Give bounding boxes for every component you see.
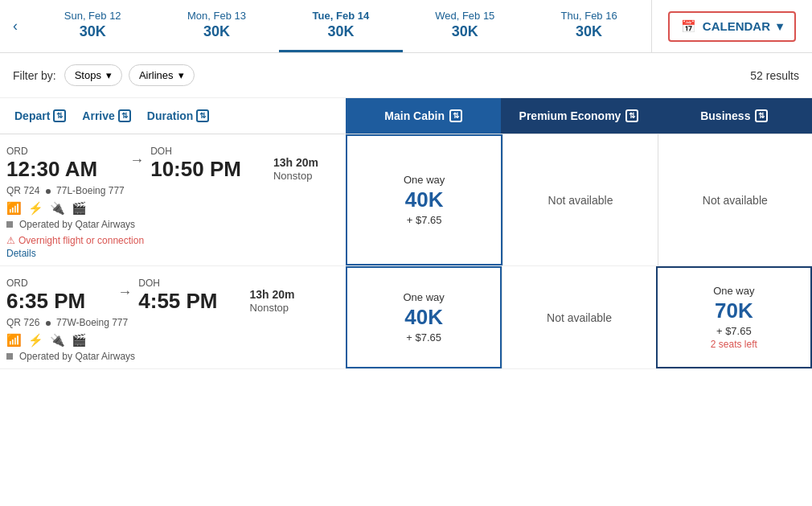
airlines-label: Airlines [139, 69, 174, 81]
day-label: Wed, Feb 15 [409, 10, 520, 22]
arrive-time-0: 10:50 PM [150, 157, 241, 182]
dot-icon [46, 189, 51, 194]
arrow-icon-0: → [129, 152, 144, 168]
column-headers: Depart ⇅ Arrive ⇅ Duration ⇅ Main Cabin … [0, 98, 812, 134]
day-label: Mon, Feb 13 [161, 10, 272, 22]
duration-sort-button[interactable]: Duration ⇅ [139, 98, 218, 134]
date-nav-item-0[interactable]: Sun, Feb 12 30K [31, 0, 154, 52]
main-price: 40K [404, 305, 443, 330]
dot-icon [46, 321, 51, 326]
overnight-text: Overnight flight or connection [18, 235, 144, 246]
prev-date-arrow[interactable]: ‹ [0, 0, 31, 52]
business-cabin-cell-0: Not available [658, 134, 812, 265]
seats-left: 2 seats left [711, 339, 757, 350]
flight-info-0: ORD 12:30 AM → DOH 10:50 PM 13h 20m Nons… [0, 134, 346, 265]
main-cabin-header: Main Cabin ⇅ [346, 98, 501, 134]
stops-label: Stops [75, 69, 101, 81]
flight-row-1: ORD 6:35 PM → DOH 4:55 PM 13h 20m Nonsto… [0, 266, 812, 369]
date-nav-item-4[interactable]: Thu, Feb 16 30K [527, 0, 650, 52]
left-headers: Depart ⇅ Arrive ⇅ Duration ⇅ [0, 98, 346, 134]
depart-sort-icon: ⇅ [53, 109, 66, 122]
business-header: Business ⇅ [657, 98, 812, 134]
flight-row-0: ORD 12:30 AM → DOH 10:50 PM 13h 20m Nons… [0, 134, 812, 266]
aircraft-0: 77L-Boeing 777 [56, 185, 125, 196]
date-navigation: ‹ Sun, Feb 12 30K Mon, Feb 13 30K Tue, F… [0, 0, 812, 53]
arrive-airport-1: DOH [138, 278, 217, 289]
main-cabin-sort-icon: ⇅ [449, 109, 462, 122]
amenities-1: 📶⚡🔌🎬 [6, 333, 339, 348]
wifi-icon: 📶 [6, 333, 22, 348]
day-label: Tue, Feb 14 [285, 10, 396, 22]
amenities-0: 📶⚡🔌🎬 [6, 201, 339, 216]
duration-header-label: Duration [147, 109, 194, 122]
flight-num-0: QR 724 [6, 185, 39, 196]
calendar-button[interactable]: 📅 CALENDAR ▾ [668, 11, 796, 42]
business-cabin-cell-1[interactable]: One way 70K + $7.65 2 seats left [656, 266, 812, 368]
details-link[interactable]: Details [6, 248, 339, 259]
wifi-icon: 📶 [6, 201, 22, 216]
results-count: 52 results [750, 69, 799, 82]
duration-time-1: 13h 20m [250, 288, 295, 301]
square-icon [6, 221, 13, 228]
arrive-sort-button[interactable]: Arrive ⇅ [74, 98, 138, 134]
main-price: 40K [405, 187, 444, 212]
arrow-icon-1: → [117, 284, 132, 300]
filter-bar: Filter by: Stops ▾ Airlines ▾ 52 results [0, 53, 812, 98]
power-icon: ⚡ [28, 201, 43, 216]
flights-list: ORD 12:30 AM → DOH 10:50 PM 13h 20m Nons… [0, 134, 812, 369]
usb-icon: 🔌 [50, 333, 65, 348]
depart-airport-1: ORD [6, 278, 85, 289]
power-icon: ⚡ [28, 333, 43, 348]
depart-time-0: 12:30 AM [6, 157, 97, 182]
flight-meta-0: QR 724 77L-Boeing 777 [6, 185, 339, 196]
day-price: 30K [161, 23, 272, 40]
date-nav-item-1[interactable]: Mon, Feb 13 30K [154, 0, 278, 52]
depart-time-1: 6:35 PM [6, 289, 85, 314]
day-price: 30K [285, 23, 396, 40]
duration-stop-1: Nonstop [250, 302, 289, 314]
main-cabin-cell-1[interactable]: One way 40K + $7.65 [346, 266, 502, 368]
business-not-available: Not available [703, 194, 768, 207]
arrive-header-label: Arrive [82, 109, 114, 122]
main-cash: + $7.65 [407, 214, 442, 226]
stops-chevron-icon: ▾ [106, 69, 112, 81]
premium-economy-label: Premium Economy [519, 109, 621, 122]
premium-cabin-cell-0: Not available [502, 134, 657, 265]
aircraft-1: 77W-Boeing 777 [56, 317, 128, 328]
day-label: Sun, Feb 12 [37, 10, 148, 22]
airlines-filter[interactable]: Airlines ▾ [129, 64, 195, 86]
premium-not-available: Not available [548, 194, 613, 207]
premium-sort-icon: ⇅ [625, 109, 638, 122]
day-price: 30K [37, 23, 148, 40]
operated-by-1: Operated by Qatar Airways [6, 351, 339, 362]
flight-info-1: ORD 6:35 PM → DOH 4:55 PM 13h 20m Nonsto… [0, 266, 346, 368]
airlines-chevron-icon: ▾ [178, 69, 184, 81]
entertainment-icon: 🎬 [72, 201, 87, 216]
calendar-button-wrap: 📅 CALENDAR ▾ [651, 0, 812, 52]
main-cabin-label: Main Cabin [384, 109, 445, 122]
operated-by-0: Operated by Qatar Airways [6, 219, 339, 230]
main-cabin-cell-0[interactable]: One way 40K + $7.65 [346, 134, 502, 265]
day-price: 30K [409, 23, 520, 40]
date-nav-item-2[interactable]: Tue, Feb 14 30K [279, 0, 403, 52]
premium-economy-header: Premium Economy ⇅ [501, 98, 656, 134]
duration-sort-icon: ⇅ [196, 109, 209, 122]
main-cash: + $7.65 [406, 331, 441, 344]
stops-filter[interactable]: Stops ▾ [64, 64, 122, 86]
business-label: Business [700, 109, 750, 122]
premium-not-available: Not available [547, 311, 612, 324]
flight-meta-1: QR 726 77W-Boeing 777 [6, 317, 339, 328]
duration-time-0: 13h 20m [273, 156, 318, 169]
depart-airport-0: ORD [6, 146, 97, 157]
depart-header-label: Depart [14, 109, 50, 122]
arrive-airport-0: DOH [150, 146, 241, 157]
business-sort-icon: ⇅ [755, 109, 768, 122]
date-nav-item-3[interactable]: Wed, Feb 15 30K [403, 0, 527, 52]
overnight-warning: ⚠ Overnight flight or connection [6, 235, 339, 246]
entertainment-icon: 🎬 [72, 333, 87, 348]
calendar-icon: 📅 [681, 19, 696, 34]
depart-sort-button[interactable]: Depart ⇅ [6, 98, 74, 134]
day-price: 30K [533, 23, 644, 40]
calendar-label: CALENDAR [703, 19, 770, 33]
usb-icon: 🔌 [50, 201, 65, 216]
